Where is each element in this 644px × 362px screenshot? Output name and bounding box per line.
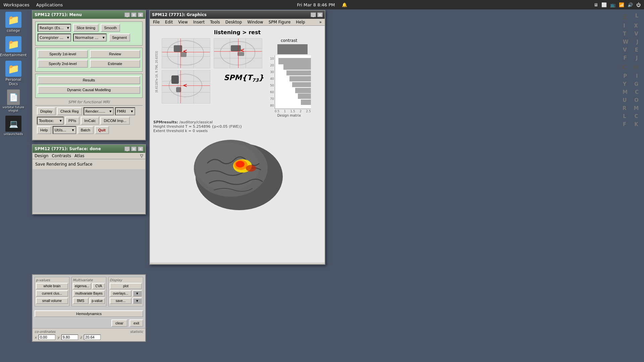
fmri-dropdown[interactable]: FMRI [115, 107, 135, 115]
multivariate-bayes-btn[interactable]: multivariate Bayes [73, 290, 105, 297]
alpha-P: P [623, 73, 627, 79]
bar-1 [278, 58, 311, 64]
clear-btn[interactable]: clear [111, 319, 127, 327]
save-arrow-btn[interactable]: ▼ [132, 298, 142, 304]
brain-image-bottom-left: < [162, 70, 210, 104]
quit-btn[interactable]: Quit [95, 126, 109, 134]
ppis-btn[interactable]: PPIs [65, 117, 79, 125]
alpha-K: K [634, 121, 638, 127]
desktop-icon-terminal[interactable]: 💻 unlauncheds [2, 116, 25, 136]
display-btn[interactable]: Display [37, 107, 56, 115]
graphics-menu-insert[interactable]: Insert [192, 19, 206, 25]
spm-graphics-close-btn[interactable]: × [317, 12, 323, 17]
graphics-menu-spmfigure[interactable]: SPM Figure [268, 19, 292, 25]
spm-surface-close-btn[interactable]: × [138, 146, 143, 151]
desktop-icon-entertainment[interactable]: 📁 Entertainment [2, 36, 25, 57]
spm-graphics-minimize-btn[interactable]: _ [311, 12, 316, 17]
desktop-icon-college[interactable]: 📁 college [2, 12, 25, 33]
coords-row: x y z [35, 335, 143, 340]
spm-menu-content: Realign (Es... Slice timing Smooth Coreg… [33, 19, 145, 140]
desktop-icon-file[interactable]: 📄 vorbital future vlogist [2, 89, 25, 112]
spm-surface-maximize-btn[interactable]: + [131, 146, 137, 151]
contrast-top-bar [277, 44, 308, 54]
bottom-toolbar: Display Check Reg Render...... FMRI Tool… [35, 105, 143, 137]
spm-menu-minimize-btn[interactable]: _ [124, 12, 130, 17]
alpha-W: W [623, 39, 629, 45]
specify-2nd-btn[interactable]: Specify 2nd-level [38, 60, 88, 68]
overlays-btn[interactable]: overlays... [110, 290, 131, 297]
graphics-menu-edit[interactable]: Edit [164, 19, 174, 25]
plot-btn[interactable]: plot [110, 283, 142, 289]
graphics-menu-file[interactable]: File [152, 19, 161, 25]
graphics-menu-tools[interactable]: Tools [209, 19, 221, 25]
alpha-V1: V [634, 31, 638, 37]
y-input[interactable] [61, 335, 78, 340]
utils-dropdown[interactable]: Utils... [53, 126, 76, 134]
batch-btn[interactable]: Batch [77, 126, 94, 134]
spm-surface-minimize-btn[interactable]: _ [124, 146, 130, 151]
render-dropdown[interactable]: Render...... [84, 107, 114, 115]
graphics-menu-expand[interactable]: » [318, 19, 323, 25]
dynamic-causal-btn[interactable]: Dynamic Causal Modelling [38, 86, 140, 94]
bms-btn[interactable]: BMS [73, 298, 89, 304]
overlays-arrow-btn[interactable]: ▼ [132, 290, 142, 297]
alpha-I: I [623, 23, 625, 29]
coregister-dropdown[interactable]: Coregister ... [38, 34, 71, 42]
results-btn[interactable]: Results [38, 76, 140, 84]
slice-timing-btn[interactable]: Slice timing [73, 24, 99, 32]
graphics-menu-view[interactable]: View [177, 19, 189, 25]
surface-menu-design[interactable]: Design [35, 154, 48, 158]
dark-patch-3a [231, 45, 241, 51]
graphics-menu-window[interactable]: Window [246, 19, 264, 25]
help-btn[interactable]: Help [37, 126, 51, 134]
save-btn[interactable]: save... [110, 298, 131, 304]
alpha-C2: C [635, 89, 639, 95]
alpha-F1: F [624, 55, 627, 61]
alpha-L2: L [623, 113, 626, 119]
desktop-icons: 📁 college 📁 Entertainment 📁 Personal Doc… [2, 12, 25, 136]
realign-dropdown[interactable]: Realign (Es... [38, 24, 71, 32]
exit-btn[interactable]: exit [129, 319, 143, 327]
brain-image-top-left: < [162, 38, 210, 68]
cva-btn[interactable]: CVA [92, 283, 105, 289]
desktop-icon-personal-docs[interactable]: 📁 Personal Docs [2, 61, 25, 86]
y-axis-label: [6.61187e-16, 9.796, 20.6353] [153, 38, 160, 105]
bar-6 [295, 88, 311, 93]
whole-brain-btn[interactable]: whole brain [36, 283, 68, 289]
surface-menu-contrasts[interactable]: Contrasts [52, 154, 71, 158]
dicom-imp-btn[interactable]: DICOM Imp... [100, 117, 129, 125]
imcalc-btn[interactable]: ImCalc [81, 117, 99, 125]
extent-threshold: Extent threshold k = 0 voxels [153, 129, 208, 133]
graphics-menu-help[interactable]: Help [295, 19, 306, 25]
smooth-btn[interactable]: Smooth [101, 24, 120, 32]
p-value-btn[interactable]: p-value [90, 298, 105, 304]
workspaces-menu[interactable]: Workspaces [3, 2, 30, 7]
spm-surface-titlebar: SPM12 (7771): Surface: done _ + × [33, 145, 145, 153]
x-input[interactable] [39, 335, 55, 340]
surface-menu-expand[interactable]: ▽ [140, 154, 143, 158]
alpha-I2: I [636, 73, 638, 79]
spm-graphics-title: SPM12 (7771): Graphics [152, 12, 207, 17]
estimate-btn[interactable]: Estimate [90, 60, 140, 68]
alpha-C: C [622, 63, 627, 71]
spm-menu-close-btn[interactable]: × [138, 12, 143, 17]
specify-1st-btn[interactable]: Specify 1st-level [38, 50, 88, 58]
spm-menu-maximize-btn[interactable]: + [131, 12, 137, 17]
toolbox-dropdown[interactable]: Toolbox: [37, 117, 64, 125]
segment-btn[interactable]: Segment [109, 34, 130, 42]
hemodynamics-btn[interactable]: Hemodynamics [35, 310, 143, 317]
normalise-dropdown[interactable]: Normalise ... [73, 34, 107, 42]
review-btn[interactable]: Review [90, 50, 140, 58]
small-volume-btn[interactable]: small volume [36, 298, 68, 304]
check-reg-btn[interactable]: Check Reg [57, 107, 82, 115]
current-cluster-btn[interactable]: current clus... [36, 290, 68, 297]
eigenva-btn[interactable]: eigenva... [73, 283, 91, 289]
bar-chart-container: 1020304050607080 [267, 55, 311, 109]
applications-menu[interactable]: Applications [36, 2, 63, 7]
crosshair-v-2 [180, 70, 181, 103]
spm-results-label: SPMresults: [153, 120, 178, 124]
graphics-menu-desktop[interactable]: Desktop [224, 19, 243, 25]
z-input[interactable] [84, 335, 101, 340]
surface-menu-atlas[interactable]: Atlas [74, 154, 85, 158]
bar-7 [298, 94, 311, 99]
